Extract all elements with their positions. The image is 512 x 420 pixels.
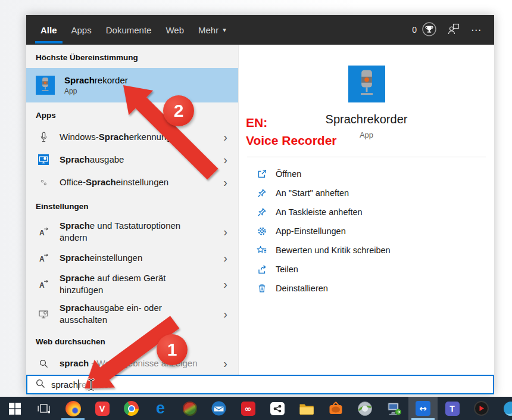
preview-app-title: Sprachrekorder — [326, 113, 408, 126]
taskbar-adobe-creative-cloud-icon[interactable]: ∞ — [233, 397, 263, 420]
chevron-right-icon[interactable]: › — [223, 226, 231, 238]
search-icon — [36, 379, 45, 390]
chevron-right-icon[interactable]: › — [223, 308, 231, 320]
taskbar-chrome-icon[interactable] — [117, 397, 146, 420]
best-match-result[interactable]: Sprachrekorder App — [26, 68, 238, 102]
action-uninstall[interactable]: Deinstallieren — [239, 279, 494, 298]
setting-spracheinstellungen[interactable]: A Spracheinstellungen › — [26, 247, 238, 269]
tab-mehr[interactable]: Mehr▾ — [198, 15, 226, 45]
result-office-spracheinstellungen[interactable]: Office-Spracheinstellungen › — [26, 171, 238, 194]
annotation-step-1-badge: 1 — [157, 334, 188, 365]
language-icon: A — [36, 279, 51, 290]
open-icon — [257, 169, 267, 179]
svg-text:A: A — [39, 229, 45, 237]
task-view-button[interactable] — [29, 397, 58, 420]
action-share[interactable]: Teilen — [239, 260, 494, 279]
chevron-right-icon[interactable]: › — [223, 357, 231, 369]
rate-star-icon — [257, 245, 267, 256]
action-app-settings[interactable]: App-Einstellungen — [239, 222, 494, 241]
chevron-right-icon[interactable]: › — [223, 278, 231, 290]
language-icon: A — [36, 253, 51, 263]
taskbar-zattoo-tv-icon[interactable] — [321, 397, 350, 420]
tab-web[interactable]: Web — [166, 15, 184, 45]
best-match-subtitle: App — [64, 87, 128, 95]
taskbar-thunderbird-icon[interactable] — [204, 397, 233, 420]
feedback-icon[interactable] — [447, 22, 461, 38]
trash-icon — [257, 284, 267, 294]
search-inline-suggestion: rekorder — [79, 379, 112, 390]
action-open[interactable]: Öffnen — [239, 164, 494, 183]
microphone-icon — [36, 132, 51, 143]
chevron-right-icon[interactable]: › — [223, 154, 231, 166]
voice-recorder-app-icon — [36, 76, 55, 95]
result-sprachausgabe[interactable]: Sprachausgabe › — [26, 148, 238, 171]
taskbar: V e ∞ ↔ T — [0, 397, 512, 420]
tab-apps[interactable]: Apps — [71, 15, 92, 45]
annotation-step-2-badge: 2 — [163, 95, 194, 126]
web-search-suggestion[interactable]: sprach - Webergebnisse anzeigen › — [26, 352, 238, 375]
search-input[interactable]: sprach rekorder — [26, 375, 494, 394]
result-windows-spracherkennung[interactable]: Windows-Spracherkennung › — [26, 126, 238, 148]
divider — [247, 157, 486, 157]
taskbar-file-explorer-icon[interactable] — [292, 397, 321, 420]
taskbar-teamviewer-icon[interactable]: ↔ — [408, 397, 438, 420]
taskbar-vivaldi-icon[interactable]: V — [88, 397, 117, 420]
taskbar-chat-app-icon[interactable] — [263, 397, 292, 420]
pin-icon — [257, 188, 267, 198]
apps-section-header: Apps — [26, 102, 238, 126]
search-filter-tabbar: Alle Apps Dokumente Web Mehr▾ 0 ⋯ — [26, 15, 494, 45]
chevron-down-icon: ▾ — [223, 26, 226, 34]
rewards-trophy-icon — [422, 21, 437, 39]
taskbar-vpn-globe-icon[interactable] — [350, 397, 379, 420]
rewards-count: 0 — [412, 25, 417, 35]
results-panel: Höchste Übereinstimmung Sprachrekorder A… — [26, 45, 238, 375]
setting-sprachausgabe-umschalten[interactable]: Sprachausgabe ein- oder ausschalten › — [26, 299, 238, 329]
action-rate-review[interactable]: Bewerten und Kritik schreiben — [239, 241, 494, 260]
action-pin-to-start[interactable]: An "Start" anheften — [239, 183, 494, 203]
pin-icon — [257, 207, 267, 217]
chevron-right-icon[interactable]: › — [223, 252, 231, 264]
taskbar-teams-icon[interactable]: T — [438, 397, 467, 420]
svg-text:A: A — [39, 255, 45, 263]
voice-recorder-app-tile — [348, 66, 385, 102]
taskbar-media-player-icon[interactable] — [467, 397, 496, 420]
chevron-right-icon[interactable]: › — [223, 131, 231, 143]
start-button[interactable] — [0, 397, 29, 420]
action-pin-to-taskbar[interactable]: An Taskleiste anheften — [239, 203, 494, 222]
narrator-toggle-icon — [36, 309, 51, 319]
search-icon — [36, 359, 51, 368]
setting-sprache-hinzufuegen[interactable]: A Sprache auf diesem Gerät hinzufügen › — [26, 269, 238, 299]
more-options-button[interactable]: ⋯ — [471, 24, 482, 36]
taskbar-remote-desktop-icon[interactable] — [379, 397, 408, 420]
language-icon: A — [36, 227, 51, 237]
gear-icon — [257, 226, 267, 237]
tab-dokumente[interactable]: Dokumente — [106, 15, 152, 45]
taskbar-edge-icon[interactable]: e — [146, 397, 175, 420]
settings-section-header: Einstellungen — [26, 194, 238, 217]
web-section-header: Web durchsuchen — [26, 329, 238, 352]
office-settings-icon — [36, 179, 51, 186]
preview-panel: Sprachrekorder App Öffnen An "Star — [238, 45, 494, 375]
taskbar-firefox-icon[interactable] — [58, 397, 88, 420]
windows-search-flyout: Alle Apps Dokumente Web Mehr▾ 0 ⋯ — [26, 15, 494, 394]
taskbar-partial-app-icon[interactable] — [496, 397, 512, 420]
search-query-text: sprach — [51, 379, 78, 390]
preview-app-subtitle: App — [360, 130, 373, 139]
tab-alle[interactable]: Alle — [40, 15, 57, 45]
annotation-en-translation: EN: Voice Recorder — [246, 114, 337, 150]
rewards-button[interactable]: 0 — [412, 21, 437, 39]
setting-sprache-tastaturoptionen[interactable]: A Sprache und Tastaturoptionen ändern › — [26, 217, 238, 247]
svg-text:A: A — [39, 281, 45, 290]
best-match-title: Sprachrekorder — [64, 75, 128, 85]
best-match-header: Höchste Übereinstimmung — [26, 52, 238, 68]
share-icon — [257, 265, 267, 275]
narrator-app-icon — [36, 154, 51, 165]
desktop: Alle Apps Dokumente Web Mehr▾ 0 ⋯ — [0, 0, 512, 420]
chevron-right-icon[interactable]: › — [223, 176, 231, 188]
taskbar-basilisk-browser-icon[interactable] — [175, 397, 204, 420]
